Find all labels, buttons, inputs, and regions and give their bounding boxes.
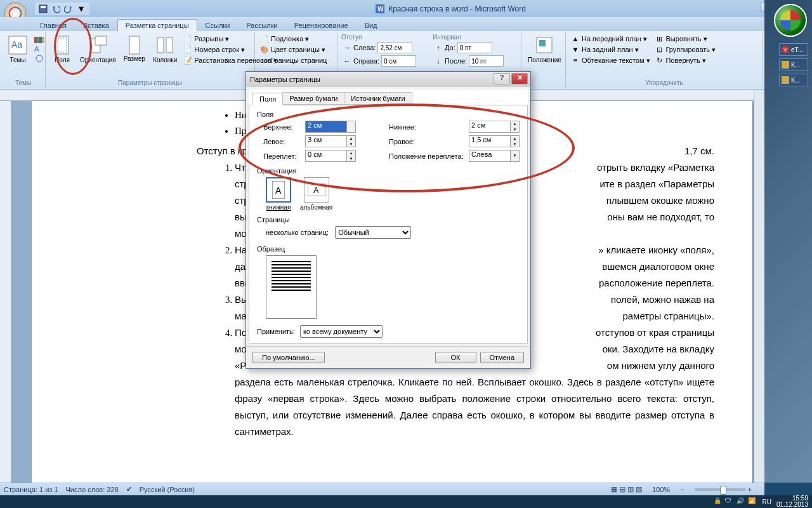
tray-language[interactable]: RU — [762, 498, 771, 505]
tab-insert[interactable]: Вставка — [75, 19, 117, 31]
indent-right[interactable]: ←Справа:0 см — [341, 55, 430, 67]
position-button[interactable]: Положение — [525, 34, 564, 65]
tray-date[interactable]: 01.12.2013 — [776, 502, 808, 508]
label-gutter-position: Положение переплета: — [389, 152, 465, 160]
label-left: Левое: — [263, 138, 301, 145]
tray-icon[interactable]: 🔒 — [714, 497, 723, 506]
page-setup-dialog: Параметры страницы ? ✕ Поля Размер бумаг… — [246, 71, 531, 369]
status-language[interactable]: Русский (Россия) — [140, 486, 195, 493]
label-apply-to: Применить: — [257, 328, 295, 335]
vertical-ruler[interactable] — [0, 101, 11, 483]
select-gutter-position[interactable]: Слева▼ — [469, 150, 520, 162]
columns-button[interactable]: Колонки — [150, 34, 180, 65]
start-button[interactable] — [774, 4, 807, 37]
spacing-after[interactable]: ↓После:10 пт — [433, 55, 515, 67]
theme-fonts-icon[interactable]: A — [33, 44, 46, 53]
themes-button[interactable]: Aa Темы — [5, 34, 30, 65]
rotate-button[interactable]: ↻Повернуть ▾ — [654, 55, 717, 65]
text-wrap-button[interactable]: ≡Обтекание текстом ▾ — [570, 55, 652, 65]
select-apply-to[interactable]: ко всему документу — [300, 325, 383, 338]
bring-front-button[interactable]: ▲На передний план ▾ — [570, 34, 652, 44]
orientation-landscape[interactable]: A альбомная — [300, 177, 332, 211]
input-top-margin[interactable]: 2 см▲▼ — [305, 121, 356, 133]
dialog-close-button[interactable]: ✕ — [511, 73, 528, 84]
label-multiple-pages: несколько страниц: — [266, 229, 329, 236]
label-top: Верхнее: — [263, 123, 301, 131]
zoom-level[interactable]: 100% — [652, 486, 670, 493]
tray-icon[interactable]: 🛡 — [725, 497, 734, 506]
label-right: Правое: — [389, 138, 465, 145]
taskbar-app-k1[interactable]: К... — [779, 58, 808, 71]
taskbar-app-k2[interactable]: К... — [779, 74, 808, 86]
svg-point-12 — [36, 55, 43, 62]
tab-mailings[interactable]: Рассылки — [238, 19, 285, 31]
ok-button[interactable]: ОК — [435, 352, 476, 363]
tab-view[interactable]: Вид — [357, 19, 386, 31]
title-bar: ▾ W Красная строка в word - Microsoft Wo… — [0, 0, 812, 17]
input-right-margin[interactable]: 1,5 см▲▼ — [469, 135, 520, 147]
select-multiple-pages[interactable]: Обычный — [335, 226, 411, 239]
tab-page-layout[interactable]: Разметка страницы — [117, 19, 197, 31]
margins-button[interactable]: Поля — [49, 34, 75, 65]
ribbon-tabs: Главная Вставка Разметка страницы Ссылки… — [0, 17, 812, 31]
status-page[interactable]: Страница: 1 из 1 — [4, 486, 58, 493]
input-bottom-margin[interactable]: 2 см▲▼ — [469, 121, 520, 133]
zoom-slider[interactable] — [695, 488, 745, 491]
tray-volume-icon[interactable]: 🔊 — [737, 497, 745, 506]
svg-text:A: A — [275, 185, 282, 196]
tab-references[interactable]: Ссылки — [197, 19, 239, 31]
office-button[interactable] — [3, 1, 30, 18]
input-left-margin[interactable]: 3 см▲▼ — [305, 135, 356, 147]
window-title: W Красная строка в word - Microsoft Word — [89, 4, 812, 13]
view-buttons[interactable]: ▦ ▤ ▥ ▧ — [611, 485, 642, 493]
undo-icon[interactable] — [50, 4, 62, 14]
watermark-button[interactable]: 📄Подложка ▾ — [259, 34, 328, 44]
svg-rect-10 — [42, 37, 44, 43]
svg-rect-29 — [782, 76, 789, 84]
default-button[interactable]: По умолчанию... — [252, 352, 325, 363]
orientation-portrait[interactable]: A книжная — [266, 177, 291, 211]
size-button[interactable]: Размер — [121, 34, 148, 64]
redo-icon[interactable] — [63, 4, 74, 14]
indent-left[interactable]: →Слева:2,52 см — [341, 41, 430, 54]
svg-text:W: W — [377, 6, 384, 13]
input-gutter[interactable]: 0 см▲▼ — [305, 150, 356, 162]
page-borders-button[interactable]: ▭Границы страниц — [259, 55, 328, 65]
qat-customize-icon[interactable]: ▾ — [75, 4, 87, 14]
zoom-out-button[interactable]: − — [680, 486, 684, 493]
dialog-tab-source[interactable]: Источник бумаги — [344, 92, 412, 105]
svg-rect-8 — [37, 37, 39, 43]
theme-effects-icon[interactable] — [33, 54, 46, 63]
align-button[interactable]: ⊞Выровнять ▾ — [654, 34, 717, 44]
svg-rect-18 — [157, 37, 164, 53]
spacing-before[interactable]: ↑До:0 пт — [433, 41, 515, 54]
vertical-scrollbar[interactable] — [754, 90, 764, 483]
page-color-button[interactable]: 🎨Цвет страницы ▾ — [259, 44, 328, 55]
send-back-button[interactable]: ▼На задний план ▾ — [570, 44, 652, 55]
tab-home[interactable]: Главная — [32, 19, 75, 31]
tab-review[interactable]: Рецензирование — [286, 19, 357, 31]
svg-rect-19 — [166, 37, 173, 53]
svg-text:Aa: Aa — [11, 39, 22, 50]
taskbar-app-yandex[interactable]: YеТ... — [779, 43, 808, 56]
status-words[interactable]: Число слов: 328 — [66, 486, 119, 493]
quick-access-toolbar: ▾ — [35, 3, 89, 15]
svg-rect-21 — [539, 40, 546, 46]
system-tray[interactable]: 🔒 🛡 🔊 📶 — [714, 497, 757, 506]
cancel-button[interactable]: Отмена — [480, 352, 524, 363]
section-label-preview: Образец — [257, 245, 520, 253]
dialog-tab-margins[interactable]: Поля — [252, 93, 283, 105]
orientation-button[interactable]: Ориентация — [77, 34, 119, 65]
section-label-orientation: Ориентация — [257, 167, 520, 175]
dialog-title-bar[interactable]: Параметры страницы ? ✕ — [246, 72, 530, 87]
section-label-margins: Поля — [257, 110, 520, 118]
dialog-tab-paper[interactable]: Размер бумаги — [282, 92, 344, 105]
theme-colors-icon[interactable] — [33, 36, 46, 44]
desktop-sidebar: YеТ... К... К... — [764, 0, 812, 483]
dialog-help-button[interactable]: ? — [494, 73, 510, 84]
status-proofing-icon[interactable]: ✔ — [126, 485, 132, 493]
tray-network-icon[interactable]: 📶 — [748, 497, 757, 506]
group-button[interactable]: ⊡Группировать ▾ — [654, 44, 717, 55]
save-icon[interactable] — [37, 4, 49, 14]
zoom-in-button[interactable]: + — [748, 486, 752, 493]
